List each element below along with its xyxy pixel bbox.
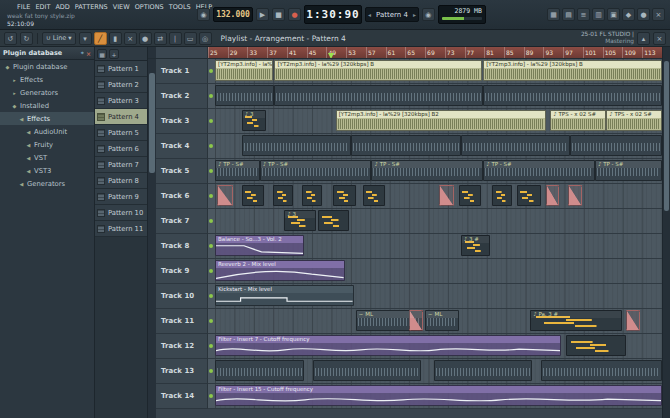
track-name[interactable]: Track 9 <box>156 259 208 284</box>
midi-clip[interactable]: ♪ 3 # <box>461 235 490 256</box>
pattern-item-1[interactable]: Pattern 1 <box>95 61 147 77</box>
dark-clip[interactable]: ♪ TP - S# <box>595 160 662 181</box>
pattern-selector-value[interactable]: Pattern 4 <box>373 11 411 19</box>
browser-item-plugin-database[interactable]: ◆Plugin database <box>0 60 94 73</box>
audio-clip[interactable]: ♪ TPS - x 02 S# <box>606 110 662 131</box>
pattern-item-2[interactable]: Pattern 2 <box>95 77 147 93</box>
add-pattern-icon[interactable]: + <box>109 49 119 59</box>
audio-clip[interactable]: [YT2mp3.info] - la%29 [320kbps] B2 <box>336 110 546 131</box>
ruler-bar-number[interactable]: 81 <box>484 47 504 58</box>
playlist-menu-icon[interactable]: ▾ <box>79 32 92 45</box>
midi-clip[interactable] <box>459 185 481 206</box>
track-lane[interactable]: Balance - So...3 - Vol. 2♪ 3 # <box>208 234 662 259</box>
track-lane[interactable]: ♪ TP - S#♪ TP - S#♪ TP - S#♪ TP - S#♪ TP… <box>208 159 662 184</box>
redo-icon[interactable]: ↻ <box>20 32 33 45</box>
close-all-icon[interactable]: × <box>652 8 665 21</box>
track-lane[interactable] <box>208 184 662 209</box>
track-scrollbar-thumb[interactable] <box>149 73 155 173</box>
ruler-bar-number[interactable]: 25 <box>208 47 228 58</box>
track-state-led[interactable] <box>209 69 213 73</box>
track-name[interactable]: Track 13 <box>156 359 208 384</box>
track-name[interactable]: Track 14 <box>156 384 208 409</box>
time-display[interactable]: 1:30:90 <box>304 5 362 24</box>
track-name[interactable]: Track 7 <box>156 209 208 234</box>
track-state-led[interactable] <box>209 119 213 123</box>
dark-clip[interactable] <box>461 135 571 156</box>
midi-clip[interactable] <box>318 210 349 231</box>
browser-item-vst[interactable]: ◀VST <box>0 151 94 164</box>
menu-item-patterns[interactable]: PATTERNS <box>75 3 108 11</box>
tempo-tap-icon[interactable]: ● <box>637 8 650 21</box>
track-name[interactable]: Track 12 <box>156 334 208 359</box>
track-state-led[interactable] <box>209 269 213 273</box>
track-name[interactable]: Track 4 <box>156 134 208 159</box>
select-tool-icon[interactable]: ▭ <box>184 32 197 45</box>
midi-clip[interactable] <box>302 185 322 206</box>
auto-clip[interactable]: Reeverb 2 - Mix level <box>215 260 345 281</box>
track-lane[interactable]: ♪ 3 <box>208 209 662 234</box>
track-name[interactable]: Track 1 <box>156 59 208 84</box>
mute-tool-icon[interactable]: ● <box>139 32 152 45</box>
browser-item-installed[interactable]: ◆Installed <box>0 99 94 112</box>
delete-tool-icon[interactable]: × <box>124 32 137 45</box>
track-lane[interactable]: Filter - Insert 7 - Cutoff frequency <box>208 334 662 359</box>
dark-clip[interactable] <box>215 360 304 381</box>
fade-clip[interactable] <box>217 185 233 206</box>
track-state-led[interactable] <box>209 194 213 198</box>
track-name[interactable]: Track 5 <box>156 159 208 184</box>
dark-clip[interactable] <box>215 85 274 106</box>
playlist-scrollbar-thumb[interactable] <box>664 61 669 211</box>
playlist-panel-icon[interactable]: ≡ <box>577 8 590 21</box>
slip-tool-icon[interactable]: ⇄ <box>154 32 167 45</box>
pattern-item-6[interactable]: Pattern 6 <box>95 141 147 157</box>
midi-clip[interactable] <box>242 185 264 206</box>
pattern-item-5[interactable]: Pattern 5 <box>95 125 147 141</box>
ruler-bar-number[interactable]: 101 <box>583 47 603 58</box>
track-lane[interactable] <box>208 359 662 384</box>
main-pitch-knob[interactable]: ◉ <box>422 8 435 21</box>
play-button[interactable]: ▶ <box>256 8 269 21</box>
midi-clip[interactable] <box>492 185 512 206</box>
close-panel-icon[interactable]: × <box>653 32 666 45</box>
snap-selector[interactable]: ∪ Line ▾ <box>42 32 76 45</box>
pattern-item-3[interactable]: Pattern 3 <box>95 93 147 109</box>
paint-tool-icon[interactable]: ▮ <box>109 32 122 45</box>
ruler-bar-number[interactable]: 53 <box>346 47 366 58</box>
menu-item-add[interactable]: ADD <box>55 3 69 11</box>
track-name[interactable]: Track 10 <box>156 284 208 309</box>
plugin-picker-icon[interactable]: ◆ <box>622 8 635 21</box>
track-state-led[interactable] <box>209 169 213 173</box>
dark-clip[interactable] <box>570 135 662 156</box>
browser-item-vst3[interactable]: ◀VST3 <box>0 164 94 177</box>
ruler-bar-number[interactable]: 61 <box>386 47 406 58</box>
track-lane[interactable] <box>208 134 662 159</box>
midi-clip[interactable] <box>273 185 293 206</box>
track-scrollbar[interactable] <box>148 59 156 418</box>
track-lane[interactable]: Reeverb 2 - Mix level <box>208 259 662 284</box>
pattern-prev-button[interactable]: ◂ <box>368 11 371 18</box>
dark-clip[interactable]: ♪ TP - S# <box>215 160 260 181</box>
pattern-item-7[interactable]: Pattern 7 <box>95 157 147 173</box>
pattern-item-9[interactable]: Pattern 9 <box>95 189 147 205</box>
track-state-led[interactable] <box>209 344 213 348</box>
track-lane[interactable]: ♪ 3[YT2mp3.info] - la%29 [320kbps] B2♪ T… <box>208 109 662 134</box>
track-state-led[interactable] <box>209 319 213 323</box>
pattern-item-4[interactable]: Pattern 4 <box>95 109 147 125</box>
ruler-bar-number[interactable]: 69 <box>425 47 445 58</box>
midi-clip[interactable] <box>517 185 542 206</box>
track-state-led[interactable] <box>209 294 213 298</box>
audio-clip[interactable]: [YT2mp3.info] - la%29 [320kbps] B <box>483 60 662 81</box>
midi-clip[interactable] <box>566 335 626 356</box>
piano-roll-icon[interactable]: ▤ <box>562 8 575 21</box>
track-state-led[interactable] <box>209 219 213 223</box>
track-lane[interactable]: Filter - Insert 15 - Cutoff frequency <box>208 384 662 409</box>
collapse-panel-icon[interactable]: ▴ <box>637 32 650 45</box>
dark-clip[interactable] <box>434 360 532 381</box>
fade-clip[interactable] <box>439 185 455 206</box>
step-sequencer-icon[interactable]: ▦ <box>547 8 560 21</box>
dark-clip[interactable]: ♪ TP - S# <box>371 160 483 181</box>
browser-item-generators[interactable]: ▸Generators <box>0 86 94 99</box>
ruler-bar-number[interactable]: 29 <box>228 47 248 58</box>
ruler-bar-number[interactable]: 41 <box>287 47 307 58</box>
dark-clip[interactable] <box>541 360 662 381</box>
